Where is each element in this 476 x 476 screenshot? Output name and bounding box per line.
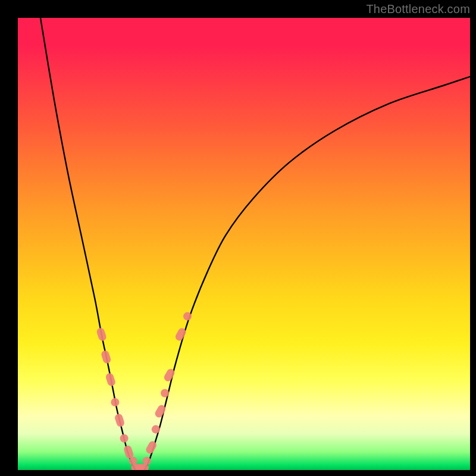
curve-layer [40,18,470,470]
data-point-pill [114,413,125,428]
data-point-dot [120,434,129,443]
data-point-dot [183,312,192,321]
marker-layer [96,312,192,470]
curve-left-branch [40,18,136,470]
data-point-pill [96,327,107,342]
watermark-text: TheBottleneck.com [366,2,470,16]
curve-right-branch [145,77,470,470]
chart-frame: TheBottleneck.com [0,0,476,476]
data-point-dot [143,457,151,465]
data-point-dot [111,398,119,406]
chart-svg [18,18,470,470]
data-point-dot [152,425,160,434]
data-point-dot [161,389,169,397]
data-point-pill [105,372,116,387]
plot-area [18,18,470,470]
data-point-pill [101,350,112,365]
